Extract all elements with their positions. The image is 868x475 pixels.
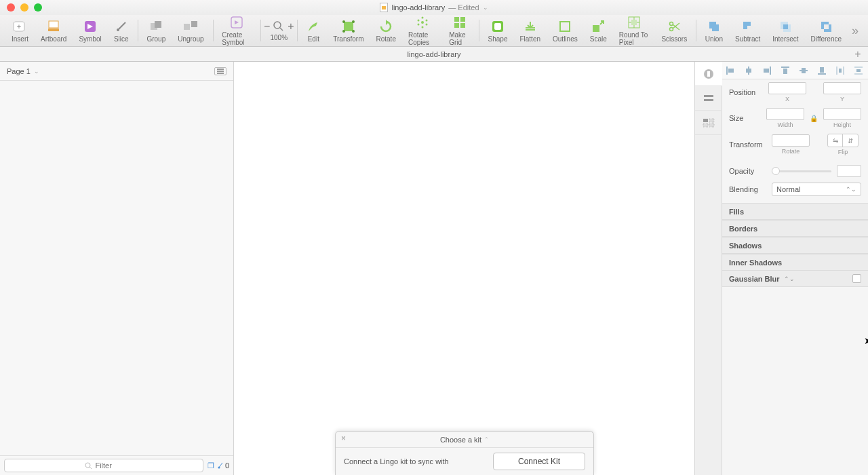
align-vcenter-icon[interactable] xyxy=(799,66,810,75)
svg-rect-57 xyxy=(704,99,713,101)
outlines-button[interactable]: Outlines xyxy=(547,15,584,47)
inspector-panel: Position X Y Size Width 🔒 Height Transfo… xyxy=(722,62,868,475)
flip-h-button[interactable]: ⇋ xyxy=(828,134,843,147)
svg-rect-47 xyxy=(824,24,829,29)
add-tab-button[interactable]: + xyxy=(850,47,865,62)
document-tab[interactable]: lingo-add-library xyxy=(0,50,868,58)
round-to-pixel-button[interactable]: Round To Pixel xyxy=(613,15,656,47)
slice-count-toggle[interactable]: 0 xyxy=(217,461,229,470)
distribute-v-icon[interactable] xyxy=(854,66,865,75)
opacity-slider[interactable] xyxy=(772,170,831,172)
lock-aspect-icon[interactable]: 🔒 xyxy=(810,115,818,122)
align-left-icon[interactable] xyxy=(726,66,736,75)
shadows-section-header[interactable]: Shadows xyxy=(722,237,868,254)
svg-point-24 xyxy=(418,20,420,22)
transform-label: Transform xyxy=(729,140,766,149)
slice-button[interactable]: Slice xyxy=(108,15,135,47)
inspector-tab-layout[interactable] xyxy=(695,111,722,135)
position-y-input[interactable] xyxy=(823,82,861,94)
fills-section-header[interactable]: Fills xyxy=(722,203,868,220)
width-input[interactable] xyxy=(766,108,804,120)
symbol-button[interactable]: Symbol xyxy=(73,15,107,47)
transform-button[interactable]: Transform xyxy=(327,15,370,47)
difference-button[interactable]: Difference xyxy=(805,15,848,47)
distribute-h-icon[interactable] xyxy=(835,66,846,75)
svg-point-18 xyxy=(421,21,424,24)
svg-point-20 xyxy=(426,20,428,22)
title-bar: lingo-add-library — Edited ⌄ xyxy=(0,0,868,15)
svg-rect-63 xyxy=(728,69,734,73)
gaussian-blur-checkbox[interactable] xyxy=(852,274,861,283)
align-hcenter-icon[interactable] xyxy=(744,66,755,75)
svg-point-14 xyxy=(342,20,345,23)
document-title: lingo-add-library xyxy=(391,3,445,12)
rotate-input[interactable] xyxy=(772,134,810,147)
svg-point-17 xyxy=(352,30,355,33)
svg-rect-49 xyxy=(217,71,224,72)
choose-kit-label[interactable]: Choose a kit xyxy=(440,436,481,444)
page-list-toggle[interactable] xyxy=(214,67,226,75)
svg-rect-3 xyxy=(48,28,59,31)
svg-rect-79 xyxy=(856,69,861,72)
group-button[interactable]: Group xyxy=(140,15,172,47)
chevron-down-icon[interactable]: ⌄ xyxy=(483,4,488,11)
filter-layers-input[interactable] xyxy=(4,459,203,472)
align-bottom-icon[interactable] xyxy=(817,66,828,75)
artboard-button[interactable]: Artboard xyxy=(35,15,73,47)
cursor-icon: ➤ xyxy=(864,335,868,346)
align-top-icon[interactable] xyxy=(781,66,791,75)
connect-kit-button[interactable]: Connect Kit xyxy=(493,453,585,470)
opacity-input[interactable] xyxy=(837,165,861,177)
svg-point-22 xyxy=(422,26,424,28)
lingo-message: Connect a Lingo kit to sync with xyxy=(344,457,449,466)
chevron-updown-icon: ⌃⌄ xyxy=(846,186,856,193)
borders-section-header[interactable]: Borders xyxy=(722,220,868,237)
svg-rect-37 xyxy=(631,20,637,25)
edit-button[interactable]: Edit xyxy=(300,15,327,47)
page-selector[interactable]: Page 1⌄ xyxy=(0,62,233,81)
align-right-icon[interactable] xyxy=(762,66,773,75)
collapse-layers-icon[interactable]: ❐ xyxy=(208,461,214,470)
search-icon xyxy=(85,462,92,470)
intersect-button[interactable]: Intersect xyxy=(766,15,804,47)
svg-rect-26 xyxy=(460,17,465,22)
svg-rect-58 xyxy=(703,119,708,122)
svg-rect-33 xyxy=(593,25,599,32)
blending-dropdown[interactable]: Normal⌃⌄ xyxy=(772,183,861,196)
zoom-out-button[interactable]: − xyxy=(264,20,270,33)
toolbar-overflow-button[interactable]: » xyxy=(848,24,863,38)
svg-rect-41 xyxy=(747,26,753,32)
create-symbol-button[interactable]: Create Symbol xyxy=(216,15,258,47)
close-lingo-button[interactable]: × xyxy=(341,434,346,443)
rotate-button[interactable]: Rotate xyxy=(370,15,402,47)
chevron-updown-icon[interactable]: ⌃⌄ xyxy=(784,276,795,282)
ungroup-button[interactable]: Ungroup xyxy=(172,15,210,47)
inspector-tab-align[interactable] xyxy=(695,86,722,111)
svg-line-12 xyxy=(280,28,283,31)
scale-button[interactable]: Scale xyxy=(584,15,613,47)
svg-rect-60 xyxy=(703,124,708,127)
flatten-button[interactable]: Flatten xyxy=(513,15,547,47)
scissors-button[interactable]: Scissors xyxy=(655,15,693,47)
rotate-copies-button[interactable]: Rotate Copies xyxy=(402,15,443,47)
inspector-tab-column xyxy=(695,62,722,475)
zoom-in-button[interactable]: + xyxy=(288,20,294,33)
left-panel: Page 1⌄ ❐ 0 xyxy=(0,62,234,475)
subtract-button[interactable]: Subtract xyxy=(729,15,766,47)
zoom-control[interactable]: −+ 100% xyxy=(264,20,294,41)
insert-button[interactable]: +Insert xyxy=(5,15,35,47)
canvas[interactable]: ➤ xyxy=(234,62,695,475)
inspector-tab-lingo[interactable] xyxy=(695,62,722,86)
height-input[interactable] xyxy=(823,108,861,120)
position-x-input[interactable] xyxy=(768,82,806,94)
shape-button[interactable]: Shape xyxy=(482,15,514,47)
union-button[interactable]: Union xyxy=(699,15,729,47)
flip-v-button[interactable]: ⇵ xyxy=(843,134,858,147)
svg-rect-28 xyxy=(460,23,465,28)
svg-rect-50 xyxy=(217,73,224,74)
position-label: Position xyxy=(729,88,763,96)
inner-shadows-section-header[interactable]: Inner Shadows xyxy=(722,254,868,271)
flip-control[interactable]: ⇋⇵ xyxy=(827,134,859,147)
make-grid-button[interactable]: Make Grid xyxy=(443,15,476,47)
svg-point-53 xyxy=(218,467,220,469)
